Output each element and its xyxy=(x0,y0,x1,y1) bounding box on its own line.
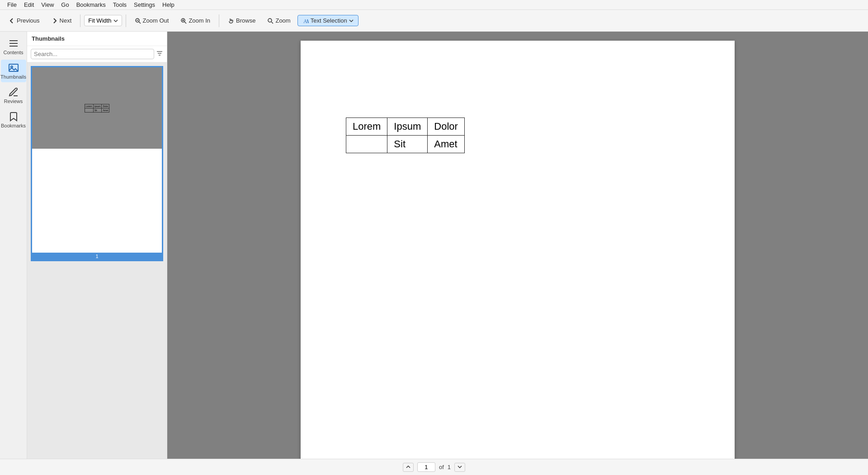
sidebar-item-contents[interactable]: Contents xyxy=(1,35,26,58)
separator-1 xyxy=(80,14,80,27)
image-icon xyxy=(8,62,19,73)
text-cursor-icon: A xyxy=(302,18,309,24)
next-label: Next xyxy=(60,17,72,24)
sidebar-item-thumbnails-label: Thumbnails xyxy=(0,74,26,80)
fit-width-label: Fit Width xyxy=(88,17,111,24)
separator-2 xyxy=(126,14,126,27)
zoom-out-label: Zoom Out xyxy=(143,17,169,24)
zoom-in-label: Zoom In xyxy=(189,17,210,24)
chevron-up-icon xyxy=(406,465,410,469)
text-selection-label: Text Selection xyxy=(311,17,347,24)
table-cell-lorem: Lorem xyxy=(346,118,387,136)
chevron-down-icon xyxy=(458,465,462,469)
menu-view[interactable]: View xyxy=(38,0,57,9)
table-row: Lorem Ipsum Dolor xyxy=(346,118,465,136)
page-total: 1 xyxy=(448,464,451,470)
thumbnail-page-content: LoremIpsumDolor SitAmet xyxy=(32,67,162,253)
svg-line-10 xyxy=(307,19,308,23)
separator-3 xyxy=(219,14,219,27)
chevron-down-small-icon xyxy=(349,19,354,23)
sidebar-item-bookmarks-label: Bookmarks xyxy=(1,123,26,128)
thumbnails-header: Thumbnails xyxy=(27,32,167,46)
page-up-button[interactable] xyxy=(403,463,414,472)
menu-edit[interactable]: Edit xyxy=(20,0,38,9)
thumbnails-search-bar xyxy=(27,46,167,62)
zoom-in-icon xyxy=(180,18,187,24)
page-number-input[interactable] xyxy=(417,462,435,472)
browse-label: Browse xyxy=(236,17,255,24)
pdf-viewer[interactable]: Lorem Ipsum Dolor Sit Amet xyxy=(167,32,868,459)
chevron-down-icon xyxy=(113,19,118,23)
thumbnails-panel: Thumbnails LoremIpsumDolor xyxy=(27,32,167,459)
sidebar-item-reviews-label: Reviews xyxy=(4,99,23,104)
thumbnails-list: LoremIpsumDolor SitAmet 1 xyxy=(27,62,167,459)
sidebar-item-bookmarks[interactable]: Bookmarks xyxy=(1,108,26,131)
svg-text:A: A xyxy=(303,18,307,24)
toolbar: Previous Next Fit Width Zoom Out Zoom In xyxy=(0,10,868,32)
table-cell-amet: Amet xyxy=(428,136,465,153)
pdf-page: Lorem Ipsum Dolor Sit Amet xyxy=(301,41,735,459)
browse-button[interactable]: Browse xyxy=(223,15,260,26)
next-button[interactable]: Next xyxy=(47,15,77,26)
filter-icon[interactable] xyxy=(156,50,163,58)
search-input[interactable] xyxy=(31,49,154,59)
thumbnail-top-area: LoremIpsumDolor SitAmet xyxy=(32,67,162,149)
table-cell-dolor: Dolor xyxy=(428,118,465,136)
menu-help[interactable]: Help xyxy=(159,0,178,9)
thumbnails-title: Thumbnails xyxy=(32,35,65,42)
page-of-label: of xyxy=(439,464,444,470)
hand-icon xyxy=(228,18,234,24)
table-row: Sit Amet xyxy=(346,136,465,153)
sidebar-icons: Contents Thumbnails Reviews Bookmarks xyxy=(0,32,27,459)
zoom-in-button[interactable]: Zoom In xyxy=(175,15,215,26)
chevron-left-icon xyxy=(9,18,15,24)
fit-width-dropdown[interactable]: Fit Width xyxy=(84,15,122,26)
sidebar-item-reviews[interactable]: Reviews xyxy=(1,84,26,107)
zoom-out-icon xyxy=(135,18,141,24)
text-selection-button[interactable]: A Text Selection xyxy=(297,15,359,26)
menu-go[interactable]: Go xyxy=(57,0,72,9)
thumbnail-page-1[interactable]: LoremIpsumDolor SitAmet 1 xyxy=(31,66,163,261)
svg-line-1 xyxy=(139,22,141,24)
svg-line-8 xyxy=(272,22,274,24)
zoom-icon xyxy=(267,18,274,24)
bookmark-icon xyxy=(8,111,19,122)
sidebar-item-thumbnails[interactable]: Thumbnails xyxy=(1,60,26,82)
thumbnail-mini-table: LoremIpsumDolor SitAmet xyxy=(85,104,110,113)
page-down-button[interactable] xyxy=(454,463,465,472)
menu-tools[interactable]: Tools xyxy=(109,0,130,9)
list-icon xyxy=(8,38,19,49)
menu-settings[interactable]: Settings xyxy=(130,0,159,9)
zoom-out-button[interactable]: Zoom Out xyxy=(130,15,174,26)
main-layout: Contents Thumbnails Reviews Bookmarks xyxy=(0,32,868,459)
pdf-content-table: Lorem Ipsum Dolor Sit Amet xyxy=(346,118,465,153)
menu-bar: File Edit View Go Bookmarks Tools Settin… xyxy=(0,0,868,10)
zoom-tool-button[interactable]: Zoom xyxy=(262,15,295,26)
pen-icon xyxy=(8,87,19,98)
menu-file[interactable]: File xyxy=(4,0,20,9)
table-cell-empty xyxy=(346,136,387,153)
zoom-label: Zoom xyxy=(275,17,290,24)
previous-label: Previous xyxy=(17,17,40,24)
table-cell-ipsum: Ipsum xyxy=(387,118,428,136)
svg-line-4 xyxy=(184,22,186,24)
table-cell-sit: Sit xyxy=(387,136,428,153)
chevron-right-icon xyxy=(52,18,58,24)
svg-point-7 xyxy=(268,19,272,22)
menu-bookmarks[interactable]: Bookmarks xyxy=(73,0,109,9)
thumbnail-page-number: 1 xyxy=(32,253,162,260)
previous-button[interactable]: Previous xyxy=(4,15,45,26)
thumbnail-bottom-area xyxy=(32,149,162,253)
sidebar-item-contents-label: Contents xyxy=(3,50,23,55)
bottom-bar: of 1 xyxy=(0,459,868,475)
